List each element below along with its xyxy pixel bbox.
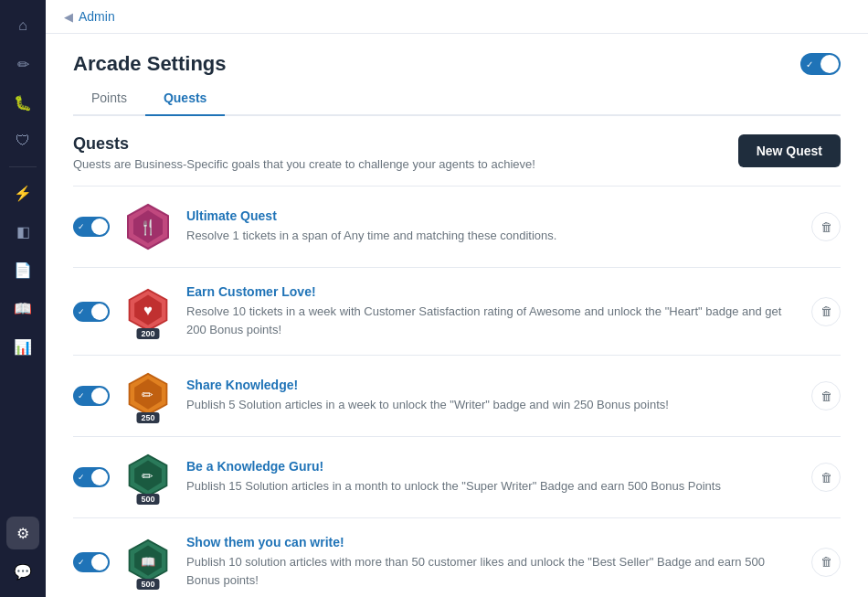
quest-toggle-knowledge-guru[interactable]: ✓ <box>73 467 110 487</box>
tabs-bar: Points Quests <box>73 81 841 116</box>
quest-toggle-ultimate[interactable]: ✓ <box>73 217 110 237</box>
quest-info-ultimate: Ultimate Quest Resolve 1 tickets in a sp… <box>186 208 797 245</box>
svg-text:✏: ✏ <box>143 388 154 402</box>
delete-quest-show-write[interactable]: 🗑 <box>811 548 841 577</box>
sidebar-book-icon[interactable]: 📖 <box>6 292 39 325</box>
quest-badge-knowledge-guru: ✏ 500 <box>124 453 172 501</box>
quest-points-knowledge-guru: 500 <box>136 494 159 505</box>
delete-quest-ultimate[interactable]: 🗑 <box>811 212 841 241</box>
tab-points[interactable]: Points <box>73 81 145 116</box>
svg-text:✏: ✏ <box>143 469 154 484</box>
quest-name-customer-love[interactable]: Earn Customer Love! <box>186 284 797 299</box>
topbar: ◀ Admin <box>46 0 868 34</box>
toggle-check-icon: ✓ <box>78 391 85 400</box>
delete-quest-share-knowledge[interactable]: 🗑 <box>811 381 841 410</box>
sidebar-bolt-icon[interactable]: ⚡ <box>6 176 39 209</box>
quest-item-share-knowledge: ✓ ✏ 250 Share Knowledge! Publish 5 Solut… <box>73 356 841 437</box>
quests-header: Quests Quests are Business-Specific goal… <box>73 134 841 171</box>
quest-badge-share-knowledge: ✏ 250 <box>124 372 172 420</box>
svg-text:🍴: 🍴 <box>139 219 157 236</box>
sidebar-divider <box>9 166 37 167</box>
svg-text:📖: 📖 <box>141 553 156 569</box>
content-area: Arcade Settings ✓ Points Quests Quests Q… <box>46 34 868 597</box>
sidebar-edit-icon[interactable]: ✏ <box>6 48 39 80</box>
delete-quest-customer-love[interactable]: 🗑 <box>811 297 841 326</box>
quest-desc-share-knowledge: Publish 5 Solution articles in a week to… <box>186 396 797 414</box>
quest-desc-knowledge-guru: Publish 15 Solution articles in a month … <box>186 477 797 496</box>
quest-name-knowledge-guru[interactable]: Be a Knowledge Guru! <box>186 459 797 474</box>
quest-toggle-show-write[interactable]: ✓ <box>73 552 110 572</box>
tab-quests[interactable]: Quests <box>145 81 225 116</box>
quest-points-share-knowledge: 250 <box>136 412 159 423</box>
quest-item-show-write: ✓ 📖 500 Show them you can write! Publish… <box>73 518 841 597</box>
quests-subtitle: Quests are Business-Specific goals that … <box>73 157 535 171</box>
quest-points-show-write: 500 <box>136 579 159 590</box>
quest-badge-customer-love: ♥ 200 <box>124 288 172 336</box>
page-title-row: Arcade Settings ✓ <box>73 52 841 76</box>
quest-item-knowledge-guru: ✓ ✏ 500 Be a Knowledge Guru! Publish 15 … <box>73 437 841 518</box>
quest-desc-show-write: Publish 10 solution articles with more t… <box>186 553 797 589</box>
sidebar-chart-icon[interactable]: 📊 <box>6 330 39 363</box>
new-quest-button[interactable]: New Quest <box>738 134 841 167</box>
quests-title-block: Quests Quests are Business-Specific goal… <box>73 134 535 171</box>
toggle-check-icon: ✓ <box>806 59 813 69</box>
arcade-toggle[interactable]: ✓ <box>800 53 841 75</box>
toggle-check-icon: ✓ <box>78 558 85 567</box>
delete-quest-knowledge-guru[interactable]: 🗑 <box>811 463 841 492</box>
toggle-check-icon: ✓ <box>78 222 85 231</box>
page-title: Arcade Settings <box>73 52 227 76</box>
quest-item-customer-love: ✓ ♥ 200 Earn Customer Love! Resolve 10 t… <box>73 268 841 356</box>
quest-info-knowledge-guru: Be a Knowledge Guru! Publish 15 Solution… <box>186 459 797 496</box>
quest-name-ultimate[interactable]: Ultimate Quest <box>186 208 797 223</box>
quest-badge-ultimate: 🍴 <box>124 203 172 251</box>
sidebar-bug-icon[interactable]: 🐛 <box>6 86 39 119</box>
quest-name-show-write[interactable]: Show them you can write! <box>186 535 797 549</box>
sidebar-doc-icon[interactable]: 📄 <box>6 253 39 286</box>
toggle-check-icon: ✓ <box>78 307 85 316</box>
quest-points-customer-love: 200 <box>136 328 159 339</box>
quest-toggle-customer-love[interactable]: ✓ <box>73 302 110 322</box>
quest-name-share-knowledge[interactable]: Share Knowledge! <box>186 378 797 392</box>
back-arrow-icon: ◀ <box>64 10 73 24</box>
quest-list: ✓ 🍴 Ultimate Quest Resolve 1 tickets in … <box>73 186 841 597</box>
sidebar-home-icon[interactable]: ⌂ <box>6 9 39 42</box>
quests-section: Quests Quests are Business-Specific goal… <box>73 116 841 597</box>
toggle-check-icon: ✓ <box>78 473 85 482</box>
quest-info-show-write: Show them you can write! Publish 10 solu… <box>186 535 797 589</box>
quest-badge-show-write: 📖 500 <box>124 538 172 586</box>
sidebar-settings-icon[interactable]: ⚙ <box>6 517 39 549</box>
quest-toggle-share-knowledge[interactable]: ✓ <box>73 386 110 406</box>
quest-desc-ultimate: Resolve 1 tickets in a span of Any time … <box>186 227 797 245</box>
sidebar-chat-icon[interactable]: 💬 <box>6 555 39 588</box>
breadcrumb-admin[interactable]: Admin <box>79 9 115 24</box>
quest-desc-customer-love: Resolve 10 tickets in a week with Custom… <box>186 303 797 338</box>
quest-info-customer-love: Earn Customer Love! Resolve 10 tickets i… <box>186 284 797 338</box>
sidebar-shield-icon[interactable]: 🛡 <box>6 124 39 157</box>
sidebar-layers-icon[interactable]: ◧ <box>6 215 39 248</box>
sidebar: ⌂ ✏ 🐛 🛡 ⚡ ◧ 📄 📖 📊 ⚙ 💬 <box>0 0 46 597</box>
svg-text:♥: ♥ <box>143 301 153 318</box>
quest-info-share-knowledge: Share Knowledge! Publish 5 Solution arti… <box>186 378 797 414</box>
quests-title: Quests <box>73 134 535 154</box>
quest-item-ultimate: ✓ 🍴 Ultimate Quest Resolve 1 tickets in … <box>73 187 841 268</box>
main-content: ◀ Admin Arcade Settings ✓ Points Quests … <box>46 0 868 597</box>
